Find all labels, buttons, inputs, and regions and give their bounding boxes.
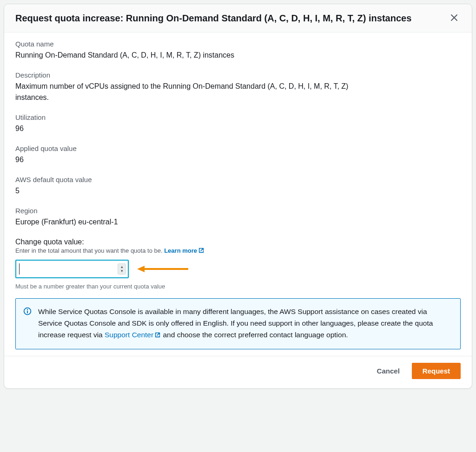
change-quota-hint: Enter in the total amount that you want … bbox=[15, 247, 461, 255]
change-quota-input-wrap: ▴ ▾ bbox=[15, 260, 129, 278]
change-quota-input[interactable] bbox=[15, 260, 129, 278]
description-label: Description bbox=[15, 71, 461, 79]
modal-header: Request quota increase: Running On-Deman… bbox=[4, 4, 472, 33]
description-field: Description Maximum number of vCPUs assi… bbox=[15, 71, 461, 103]
quota-increase-modal: Request quota increase: Running On-Deman… bbox=[4, 4, 472, 389]
change-quota-hint-text: Enter in the total amount that you want … bbox=[15, 247, 164, 254]
change-quota-label: Change quota value: bbox=[15, 238, 461, 246]
info-icon bbox=[23, 307, 32, 341]
utilization-value: 96 bbox=[15, 123, 461, 134]
number-stepper[interactable]: ▴ ▾ bbox=[118, 263, 126, 275]
request-button[interactable]: Request bbox=[412, 363, 461, 379]
annotation-arrow-icon bbox=[137, 264, 188, 274]
utilization-label: Utilization bbox=[15, 113, 461, 121]
quota-name-value: Running On-Demand Standard (A, C, D, H, … bbox=[15, 50, 461, 61]
change-quota-constraint: Must be a number greater than your curre… bbox=[15, 283, 461, 290]
learn-more-link[interactable]: Learn more bbox=[164, 247, 205, 254]
learn-more-text: Learn more bbox=[164, 247, 197, 254]
info-text-after: and choose the correct preferred contact… bbox=[161, 331, 348, 339]
svg-marker-1 bbox=[137, 266, 145, 272]
support-center-link[interactable]: Support Center bbox=[105, 331, 161, 339]
region-label: Region bbox=[15, 207, 461, 215]
svg-rect-4 bbox=[27, 311, 28, 314]
quota-name-label: Quota name bbox=[15, 40, 461, 48]
external-link-icon bbox=[198, 247, 205, 255]
change-quota-section: Change quota value: Enter in the total a… bbox=[15, 238, 461, 290]
change-quota-input-row: ▴ ▾ bbox=[15, 260, 461, 278]
modal-title: Request quota increase: Running On-Deman… bbox=[15, 12, 411, 25]
default-quota-label: AWS default quota value bbox=[15, 176, 461, 183]
region-value: Europe (Frankfurt) eu-central-1 bbox=[15, 216, 461, 228]
region-field: Region Europe (Frankfurt) eu-central-1 bbox=[15, 207, 461, 228]
language-info-box: While Service Quotas Console is availabl… bbox=[15, 298, 461, 349]
default-quota-field: AWS default quota value 5 bbox=[15, 176, 461, 197]
default-quota-value: 5 bbox=[15, 185, 461, 197]
applied-quota-label: Applied quota value bbox=[15, 144, 461, 152]
cancel-button[interactable]: Cancel bbox=[372, 363, 404, 379]
applied-quota-value: 96 bbox=[15, 154, 461, 165]
description-value: Maximum number of vCPUs assigned to the … bbox=[15, 81, 369, 103]
modal-body: Quota name Running On-Demand Standard (A… bbox=[4, 33, 472, 356]
utilization-field: Utilization 96 bbox=[15, 113, 461, 134]
svg-point-3 bbox=[27, 309, 28, 310]
info-text: While Service Quotas Console is availabl… bbox=[38, 306, 451, 341]
close-icon[interactable] bbox=[448, 12, 461, 25]
stepper-down-icon[interactable]: ▾ bbox=[121, 269, 123, 273]
quota-name-field: Quota name Running On-Demand Standard (A… bbox=[15, 40, 461, 61]
text-cursor bbox=[19, 263, 20, 275]
modal-footer: Cancel Request bbox=[4, 356, 472, 388]
applied-quota-field: Applied quota value 96 bbox=[15, 144, 461, 165]
external-link-icon bbox=[154, 330, 161, 342]
support-center-label: Support Center bbox=[105, 331, 153, 339]
